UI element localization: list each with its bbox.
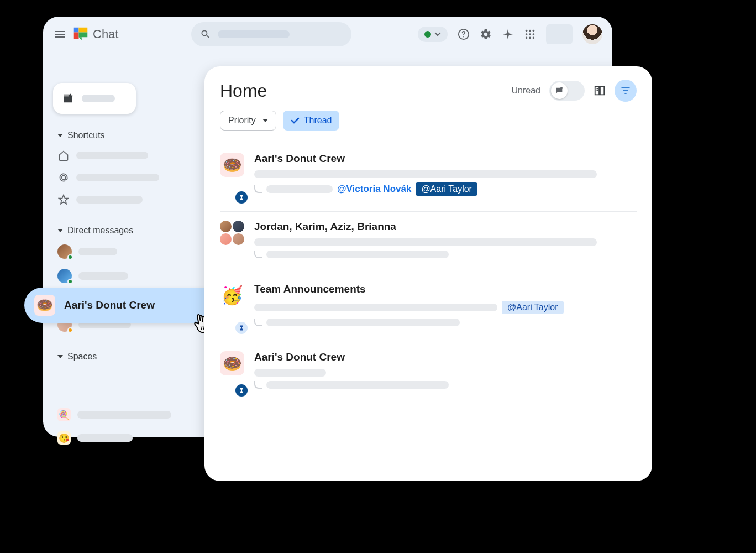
svg-rect-1 [79, 28, 88, 33]
svg-point-10 [529, 33, 531, 35]
home-icon [57, 149, 70, 161]
reply-icon [254, 381, 262, 389]
split-view-icon[interactable] [594, 85, 606, 97]
dm-item[interactable] [53, 265, 213, 286]
thread-badge-icon [235, 191, 248, 204]
status-dropdown[interactable] [418, 27, 448, 42]
thread-badge-icon [235, 322, 248, 334]
unread-label: Unread [512, 86, 540, 96]
avatar [57, 244, 72, 259]
svg-point-11 [533, 33, 535, 35]
svg-rect-2 [74, 33, 79, 39]
svg-point-15 [62, 176, 66, 180]
mention-chip[interactable]: @Aari Taylor [502, 301, 564, 314]
apps-grid-icon[interactable] [524, 28, 536, 40]
svg-point-5 [463, 36, 464, 38]
svg-point-16 [560, 87, 563, 89]
svg-rect-18 [600, 87, 604, 95]
svg-point-14 [533, 37, 535, 39]
status-active-icon [424, 31, 431, 38]
chat-bubble-icon [555, 86, 564, 95]
svg-rect-0 [74, 28, 79, 33]
check-icon [291, 116, 300, 125]
thread-title: Aari's Donut Crew [254, 153, 637, 165]
mention-chip[interactable]: @Aari Taylor [416, 182, 477, 196]
svg-point-12 [526, 37, 528, 39]
app-name: Chat [93, 27, 118, 41]
gear-icon[interactable] [480, 28, 492, 40]
svg-point-13 [529, 37, 531, 39]
thread-item[interactable]: 🍩 Aari's Donut Crew [220, 342, 637, 404]
space-item[interactable]: 😘 [53, 428, 213, 448]
svg-point-9 [526, 33, 528, 35]
thread-chip[interactable]: Thread [283, 111, 340, 131]
page-title: Home [220, 81, 267, 101]
user-avatar[interactable] [582, 24, 602, 44]
group-avatar [220, 221, 244, 245]
new-chat-button[interactable] [53, 83, 136, 114]
thread-item[interactable]: 🍩 Aari's Donut Crew @Victoria Novák @Aar… [220, 144, 637, 212]
menu-icon[interactable] [53, 28, 66, 41]
thread-chip-label: Thread [304, 116, 332, 126]
sparkle-icon[interactable] [502, 28, 514, 40]
at-icon [57, 171, 70, 184]
chevron-down-icon [434, 31, 441, 38]
org-switcher[interactable] [546, 24, 573, 44]
topbar: Chat [43, 17, 612, 52]
space-avatar: 🍭 [57, 408, 71, 421]
filter-button[interactable] [615, 80, 637, 102]
sidebar: Shortcuts Direct messages [53, 83, 213, 448]
selected-space-label: Aari's Donut Crew [64, 299, 155, 311]
thread-title: Jordan, Karim, Aziz, Brianna [254, 221, 637, 233]
spaces-section-header[interactable]: Spaces [53, 349, 213, 364]
thread-item[interactable]: Jordan, Karim, Aziz, Brianna [220, 212, 637, 274]
space-item[interactable]: 🍭 [53, 405, 213, 425]
mention-link[interactable]: @Victoria Novák [337, 184, 411, 195]
search-placeholder [218, 30, 290, 38]
donut-icon: 🍩 [220, 153, 244, 177]
app-logo[interactable]: Chat [73, 27, 118, 42]
thread-title: Aari's Donut Crew [254, 351, 637, 363]
thread-title: Team Announcements [254, 283, 637, 295]
chevron-down-icon [57, 355, 63, 358]
new-chat-label-placeholder [82, 95, 115, 102]
thread-badge-icon [235, 384, 248, 397]
dm-section-header[interactable]: Direct messages [53, 223, 213, 238]
svg-rect-3 [79, 33, 88, 38]
search-input[interactable] [191, 22, 351, 46]
svg-point-8 [533, 30, 535, 32]
star-icon [57, 194, 70, 206]
dm-item[interactable] [53, 241, 213, 262]
donut-icon: 🍩 [220, 351, 244, 375]
unread-toggle[interactable] [549, 81, 585, 101]
shortcuts-title: Shortcuts [67, 131, 105, 140]
thread-item[interactable]: 🥳 Team Announcements @Aari Taylor [220, 274, 637, 342]
reply-icon [254, 319, 262, 326]
shortcut-home[interactable] [53, 146, 213, 165]
donut-icon: 🍩 [34, 295, 55, 316]
chevron-down-icon [262, 119, 268, 122]
reply-icon [254, 251, 262, 258]
reply-icon [254, 185, 262, 193]
space-avatar: 😘 [57, 431, 71, 445]
spaces-title: Spaces [67, 352, 97, 362]
priority-chip[interactable]: Priority [220, 111, 276, 131]
shortcut-mentions[interactable] [53, 168, 213, 187]
chevron-down-icon [57, 134, 63, 137]
priority-chip-label: Priority [228, 116, 256, 126]
avatar [57, 269, 72, 283]
help-icon[interactable] [458, 28, 470, 40]
shortcuts-section-header[interactable]: Shortcuts [53, 128, 213, 143]
chevron-down-icon [57, 229, 63, 232]
main-panel: Home Unread Priority Thread 🍩 [204, 66, 652, 481]
shortcut-starred[interactable] [53, 190, 213, 209]
svg-point-6 [526, 30, 528, 32]
party-emoji-icon: 🥳 [220, 283, 244, 307]
filter-icon [620, 85, 631, 96]
svg-point-7 [529, 30, 531, 32]
dm-title: Direct messages [67, 226, 133, 236]
